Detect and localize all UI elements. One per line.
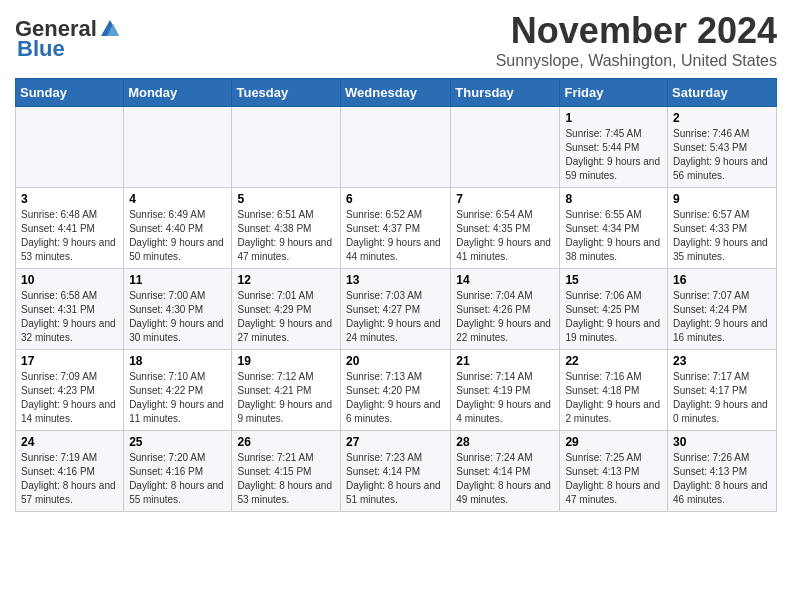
logo: General Blue <box>15 18 121 60</box>
day-number: 10 <box>21 273 118 287</box>
day-number: 2 <box>673 111 771 125</box>
calendar-cell: 22Sunrise: 7:16 AM Sunset: 4:18 PM Dayli… <box>560 350 668 431</box>
calendar-cell: 15Sunrise: 7:06 AM Sunset: 4:25 PM Dayli… <box>560 269 668 350</box>
calendar-cell: 28Sunrise: 7:24 AM Sunset: 4:14 PM Dayli… <box>451 431 560 512</box>
day-info: Sunrise: 6:49 AM Sunset: 4:40 PM Dayligh… <box>129 208 226 264</box>
calendar-cell: 1Sunrise: 7:45 AM Sunset: 5:44 PM Daylig… <box>560 107 668 188</box>
day-info: Sunrise: 7:20 AM Sunset: 4:16 PM Dayligh… <box>129 451 226 507</box>
day-number: 14 <box>456 273 554 287</box>
logo-icon <box>99 18 121 40</box>
calendar-cell: 12Sunrise: 7:01 AM Sunset: 4:29 PM Dayli… <box>232 269 341 350</box>
weekday-header-friday: Friday <box>560 79 668 107</box>
week-row-3: 17Sunrise: 7:09 AM Sunset: 4:23 PM Dayli… <box>16 350 777 431</box>
day-number: 9 <box>673 192 771 206</box>
day-info: Sunrise: 7:14 AM Sunset: 4:19 PM Dayligh… <box>456 370 554 426</box>
day-info: Sunrise: 7:01 AM Sunset: 4:29 PM Dayligh… <box>237 289 335 345</box>
calendar-cell: 20Sunrise: 7:13 AM Sunset: 4:20 PM Dayli… <box>341 350 451 431</box>
calendar-cell: 8Sunrise: 6:55 AM Sunset: 4:34 PM Daylig… <box>560 188 668 269</box>
calendar-cell: 27Sunrise: 7:23 AM Sunset: 4:14 PM Dayli… <box>341 431 451 512</box>
calendar-cell: 25Sunrise: 7:20 AM Sunset: 4:16 PM Dayli… <box>124 431 232 512</box>
day-number: 19 <box>237 354 335 368</box>
calendar-cell: 11Sunrise: 7:00 AM Sunset: 4:30 PM Dayli… <box>124 269 232 350</box>
week-row-2: 10Sunrise: 6:58 AM Sunset: 4:31 PM Dayli… <box>16 269 777 350</box>
day-info: Sunrise: 6:54 AM Sunset: 4:35 PM Dayligh… <box>456 208 554 264</box>
weekday-header-saturday: Saturday <box>668 79 777 107</box>
week-row-4: 24Sunrise: 7:19 AM Sunset: 4:16 PM Dayli… <box>16 431 777 512</box>
day-number: 17 <box>21 354 118 368</box>
calendar-cell: 30Sunrise: 7:26 AM Sunset: 4:13 PM Dayli… <box>668 431 777 512</box>
day-info: Sunrise: 7:16 AM Sunset: 4:18 PM Dayligh… <box>565 370 662 426</box>
day-number: 13 <box>346 273 445 287</box>
day-number: 21 <box>456 354 554 368</box>
day-number: 11 <box>129 273 226 287</box>
day-number: 8 <box>565 192 662 206</box>
day-info: Sunrise: 6:51 AM Sunset: 4:38 PM Dayligh… <box>237 208 335 264</box>
calendar-cell <box>232 107 341 188</box>
day-info: Sunrise: 7:45 AM Sunset: 5:44 PM Dayligh… <box>565 127 662 183</box>
weekday-header-row: SundayMondayTuesdayWednesdayThursdayFrid… <box>16 79 777 107</box>
day-number: 24 <box>21 435 118 449</box>
calendar-cell: 14Sunrise: 7:04 AM Sunset: 4:26 PM Dayli… <box>451 269 560 350</box>
calendar-cell: 21Sunrise: 7:14 AM Sunset: 4:19 PM Dayli… <box>451 350 560 431</box>
calendar-cell: 3Sunrise: 6:48 AM Sunset: 4:41 PM Daylig… <box>16 188 124 269</box>
day-number: 15 <box>565 273 662 287</box>
day-info: Sunrise: 7:23 AM Sunset: 4:14 PM Dayligh… <box>346 451 445 507</box>
calendar-cell: 24Sunrise: 7:19 AM Sunset: 4:16 PM Dayli… <box>16 431 124 512</box>
calendar-cell <box>124 107 232 188</box>
calendar-cell: 19Sunrise: 7:12 AM Sunset: 4:21 PM Dayli… <box>232 350 341 431</box>
weekday-header-tuesday: Tuesday <box>232 79 341 107</box>
day-number: 22 <box>565 354 662 368</box>
calendar: SundayMondayTuesdayWednesdayThursdayFrid… <box>15 78 777 512</box>
calendar-cell: 16Sunrise: 7:07 AM Sunset: 4:24 PM Dayli… <box>668 269 777 350</box>
day-number: 29 <box>565 435 662 449</box>
calendar-cell: 10Sunrise: 6:58 AM Sunset: 4:31 PM Dayli… <box>16 269 124 350</box>
calendar-cell: 29Sunrise: 7:25 AM Sunset: 4:13 PM Dayli… <box>560 431 668 512</box>
weekday-header-sunday: Sunday <box>16 79 124 107</box>
day-number: 1 <box>565 111 662 125</box>
day-info: Sunrise: 7:25 AM Sunset: 4:13 PM Dayligh… <box>565 451 662 507</box>
day-info: Sunrise: 7:04 AM Sunset: 4:26 PM Dayligh… <box>456 289 554 345</box>
day-number: 4 <box>129 192 226 206</box>
weekday-header-monday: Monday <box>124 79 232 107</box>
day-info: Sunrise: 7:13 AM Sunset: 4:20 PM Dayligh… <box>346 370 445 426</box>
day-number: 30 <box>673 435 771 449</box>
day-info: Sunrise: 7:46 AM Sunset: 5:43 PM Dayligh… <box>673 127 771 183</box>
logo-blue-text: Blue <box>17 38 65 60</box>
calendar-cell: 9Sunrise: 6:57 AM Sunset: 4:33 PM Daylig… <box>668 188 777 269</box>
calendar-cell <box>16 107 124 188</box>
day-number: 3 <box>21 192 118 206</box>
calendar-cell: 13Sunrise: 7:03 AM Sunset: 4:27 PM Dayli… <box>341 269 451 350</box>
day-info: Sunrise: 6:58 AM Sunset: 4:31 PM Dayligh… <box>21 289 118 345</box>
day-info: Sunrise: 7:09 AM Sunset: 4:23 PM Dayligh… <box>21 370 118 426</box>
calendar-cell: 17Sunrise: 7:09 AM Sunset: 4:23 PM Dayli… <box>16 350 124 431</box>
weekday-header-wednesday: Wednesday <box>341 79 451 107</box>
day-info: Sunrise: 7:10 AM Sunset: 4:22 PM Dayligh… <box>129 370 226 426</box>
day-info: Sunrise: 7:03 AM Sunset: 4:27 PM Dayligh… <box>346 289 445 345</box>
day-number: 7 <box>456 192 554 206</box>
day-number: 6 <box>346 192 445 206</box>
location-subtitle: Sunnyslope, Washington, United States <box>496 52 777 70</box>
day-number: 5 <box>237 192 335 206</box>
calendar-cell: 6Sunrise: 6:52 AM Sunset: 4:37 PM Daylig… <box>341 188 451 269</box>
calendar-cell: 4Sunrise: 6:49 AM Sunset: 4:40 PM Daylig… <box>124 188 232 269</box>
day-number: 23 <box>673 354 771 368</box>
day-info: Sunrise: 7:06 AM Sunset: 4:25 PM Dayligh… <box>565 289 662 345</box>
header: General Blue November 2024 Sunnyslope, W… <box>15 10 777 70</box>
calendar-cell <box>341 107 451 188</box>
day-info: Sunrise: 7:21 AM Sunset: 4:15 PM Dayligh… <box>237 451 335 507</box>
week-row-0: 1Sunrise: 7:45 AM Sunset: 5:44 PM Daylig… <box>16 107 777 188</box>
day-number: 26 <box>237 435 335 449</box>
calendar-cell: 7Sunrise: 6:54 AM Sunset: 4:35 PM Daylig… <box>451 188 560 269</box>
day-info: Sunrise: 6:48 AM Sunset: 4:41 PM Dayligh… <box>21 208 118 264</box>
day-info: Sunrise: 7:12 AM Sunset: 4:21 PM Dayligh… <box>237 370 335 426</box>
day-info: Sunrise: 7:26 AM Sunset: 4:13 PM Dayligh… <box>673 451 771 507</box>
day-number: 27 <box>346 435 445 449</box>
month-title: November 2024 <box>496 10 777 52</box>
week-row-1: 3Sunrise: 6:48 AM Sunset: 4:41 PM Daylig… <box>16 188 777 269</box>
day-info: Sunrise: 6:57 AM Sunset: 4:33 PM Dayligh… <box>673 208 771 264</box>
calendar-cell: 23Sunrise: 7:17 AM Sunset: 4:17 PM Dayli… <box>668 350 777 431</box>
day-number: 28 <box>456 435 554 449</box>
weekday-header-thursday: Thursday <box>451 79 560 107</box>
calendar-cell: 18Sunrise: 7:10 AM Sunset: 4:22 PM Dayli… <box>124 350 232 431</box>
day-info: Sunrise: 7:24 AM Sunset: 4:14 PM Dayligh… <box>456 451 554 507</box>
